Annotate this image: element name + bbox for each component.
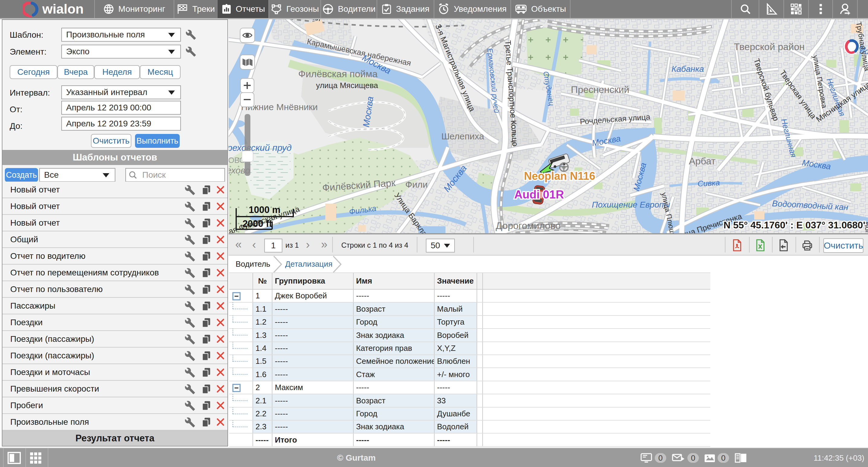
svg-text:2000 ft: 2000 ft bbox=[243, 219, 272, 229]
svg-text:Neoplan N116: Neoplan N116 bbox=[524, 170, 595, 182]
svg-text:1000 m: 1000 m bbox=[249, 204, 280, 215]
svg-text:Тверской район: Тверской район bbox=[734, 41, 805, 52]
svg-text:Audi 01R: Audi 01R bbox=[514, 188, 564, 201]
svg-text:Пресненский: Пресненский bbox=[571, 84, 629, 95]
svg-text:Филёвская пойма: Филёвская пойма bbox=[299, 68, 378, 79]
svg-text:улица Мясищева: улица Мясищева bbox=[316, 81, 378, 90]
svg-text:Фили: Фили bbox=[405, 179, 428, 190]
svg-text:Дорогомилово: Дорогомилово bbox=[496, 220, 561, 231]
svg-text:Шелепиха: Шелепиха bbox=[441, 131, 484, 141]
svg-text:N 55° 45.1760' : E 037° 31.068: N 55° 45.1760' : E 037° 31.0680' bbox=[723, 220, 865, 231]
svg-text:Арбат: Арбат bbox=[689, 156, 716, 167]
svg-text:Тереховский пруд: Тереховский пруд bbox=[229, 143, 292, 153]
svg-text:Кабанка: Кабанка bbox=[672, 64, 704, 74]
svg-text:Сивка: Сивка bbox=[698, 178, 720, 188]
svg-text:Похищение Европы: Похищение Европы bbox=[592, 200, 670, 209]
